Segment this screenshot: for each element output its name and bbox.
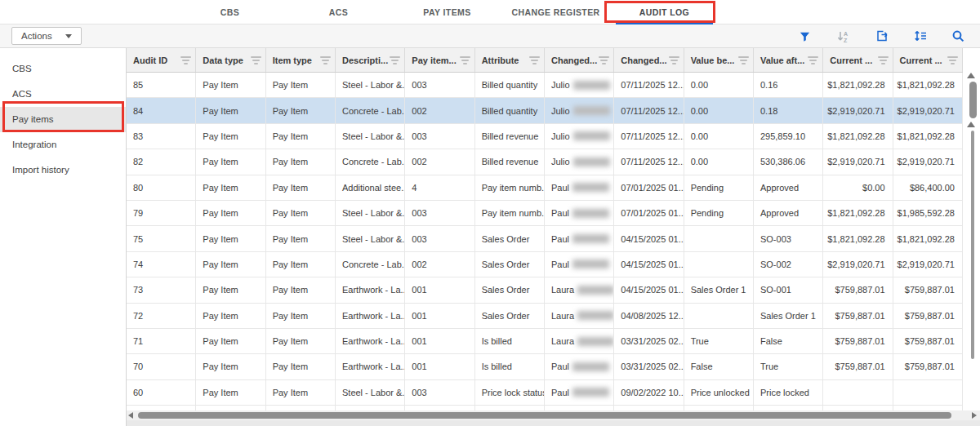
cell-item-type[interactable]: Pay Item bbox=[266, 73, 336, 97]
cell-value-after[interactable]: Sales Order 1 bbox=[754, 304, 823, 328]
cell-audit-id[interactable]: 60 bbox=[127, 380, 196, 405]
row-height-icon[interactable] bbox=[913, 29, 927, 43]
cell-attribute[interactable]: Sales Order bbox=[475, 252, 545, 277]
cell-audit-id[interactable]: 79 bbox=[127, 201, 196, 225]
cell-value-before[interactable] bbox=[684, 304, 754, 328]
cell-changed-date[interactable]: 07/11/2025 12... bbox=[614, 149, 684, 174]
table-row-audit-71[interactable]: 71Pay ItemPay ItemEarthwork - La...001Is… bbox=[127, 329, 963, 354]
filter-icon[interactable] bbox=[798, 29, 812, 43]
cell-value-before[interactable] bbox=[684, 252, 754, 277]
cell-description[interactable]: Steel - Labor &... bbox=[336, 73, 405, 97]
column-header-pay-item[interactable]: Pay item... bbox=[405, 48, 474, 72]
cell-audit-id[interactable]: 84 bbox=[127, 98, 196, 122]
cell-changed-by[interactable]: Laura bbox=[545, 304, 614, 328]
cell-data-type[interactable]: Pay Item bbox=[196, 175, 265, 200]
cell-changed-date[interactable]: 07/01/2025 01... bbox=[614, 175, 684, 200]
cell-value-before[interactable] bbox=[684, 226, 754, 251]
cell-current-after[interactable]: $1,985,592.28 bbox=[893, 201, 963, 225]
column-menu-icon[interactable] bbox=[669, 54, 679, 66]
cell-item-type[interactable]: Pay Item bbox=[266, 329, 336, 353]
cell-description[interactable]: Steel - Labor &... bbox=[336, 226, 405, 251]
cell-pay-item[interactable]: 001 bbox=[405, 304, 474, 328]
cell-changed-date[interactable]: 09/02/2022 10... bbox=[614, 380, 684, 405]
cell-audit-id[interactable]: 75 bbox=[127, 226, 196, 251]
cell-pay-item[interactable]: 001 bbox=[405, 329, 474, 353]
cell-pay-item[interactable]: 002 bbox=[405, 98, 474, 122]
cell-current-after[interactable]: $2,919,020.71 bbox=[893, 149, 963, 174]
cell-current-after[interactable]: $759,887.01 bbox=[893, 354, 963, 379]
column-header-item-type[interactable]: Item type bbox=[266, 48, 336, 72]
cell-value-before[interactable]: 0.00 bbox=[684, 149, 754, 174]
table-row-audit-70[interactable]: 70Pay ItemPay ItemEarthwork - La...001Is… bbox=[127, 354, 963, 379]
cell-current-before[interactable] bbox=[823, 380, 893, 405]
cell-value-after[interactable]: Price locked bbox=[754, 380, 823, 405]
cell-data-type[interactable]: Pay Item bbox=[196, 73, 265, 97]
table-row-audit-84[interactable]: 84Pay ItemPay ItemConcrete - Lab...002Bi… bbox=[127, 98, 963, 123]
cell-audit-id[interactable]: 80 bbox=[127, 175, 196, 200]
sidebar-item-cbs[interactable]: CBS bbox=[0, 56, 126, 82]
table-row-audit-60[interactable]: 60Pay ItemPay ItemSteel - Labor &...003P… bbox=[127, 380, 963, 406]
cell-value-after[interactable]: True bbox=[754, 354, 823, 379]
cell-changed-date[interactable]: 03/31/2025 02... bbox=[614, 329, 684, 353]
cell-data-type[interactable]: Pay Item bbox=[196, 226, 265, 251]
cell-data-type[interactable]: Pay Item bbox=[196, 252, 265, 277]
cell-audit-id[interactable]: 85 bbox=[127, 73, 196, 97]
column-menu-icon[interactable] bbox=[251, 54, 261, 66]
sort-az-icon[interactable]: A Z bbox=[836, 29, 850, 43]
cell-attribute[interactable]: Sales Order bbox=[475, 226, 545, 251]
column-menu-icon[interactable] bbox=[947, 54, 958, 66]
column-header-changed-date[interactable]: Changed... bbox=[614, 48, 684, 72]
cell-item-type[interactable]: Pay Item bbox=[266, 175, 336, 200]
cell-description[interactable]: Earthwork - La... bbox=[336, 329, 405, 353]
cell-item-type[interactable]: Pay Item bbox=[266, 201, 336, 225]
cell-changed-by[interactable]: Laura bbox=[545, 329, 614, 353]
cell-current-before[interactable]: $2,919,020.71 bbox=[823, 149, 893, 174]
cell-data-type[interactable]: Pay Item bbox=[196, 354, 265, 379]
cell-changed-date[interactable]: 04/15/2025 01... bbox=[614, 252, 684, 277]
cell-value-after[interactable]: 295,859.10 bbox=[754, 124, 823, 149]
cell-current-before[interactable]: $2,919,020.71 bbox=[823, 98, 893, 122]
cell-item-type[interactable]: Pay Item bbox=[266, 252, 336, 277]
cell-pay-item[interactable]: 003 bbox=[405, 201, 474, 225]
cell-value-after[interactable]: False bbox=[754, 329, 823, 353]
cell-item-type[interactable]: Pay Item bbox=[266, 304, 336, 328]
column-header-changed-by[interactable]: Changed... bbox=[545, 48, 614, 72]
cell-value-after[interactable]: SO-001 bbox=[754, 277, 823, 302]
horizontal-scrollbar[interactable] bbox=[127, 410, 980, 420]
cell-current-before[interactable]: $0.00 bbox=[823, 175, 893, 200]
vertical-scrollbar-thumb[interactable] bbox=[969, 82, 977, 118]
tab-cbs[interactable]: CBS bbox=[176, 0, 284, 24]
cell-item-type[interactable]: Pay Item bbox=[266, 149, 336, 174]
cell-data-type[interactable]: Pay Item bbox=[196, 304, 265, 328]
cell-changed-date[interactable]: 07/11/2025 12... bbox=[614, 73, 684, 97]
cell-current-before[interactable]: $2,919,020.71 bbox=[823, 252, 893, 277]
cell-attribute[interactable]: Billed quantity bbox=[475, 73, 545, 97]
cell-current-after[interactable]: $2,919,020.71 bbox=[893, 98, 963, 122]
cell-pay-item[interactable]: 003 bbox=[405, 124, 474, 149]
cell-attribute[interactable]: Billed quantity bbox=[475, 98, 545, 122]
cell-item-type[interactable]: Pay Item bbox=[266, 124, 336, 149]
column-menu-icon[interactable] bbox=[808, 54, 818, 66]
cell-audit-id[interactable]: 71 bbox=[127, 329, 196, 353]
cell-current-after[interactable]: $759,887.01 bbox=[893, 304, 963, 328]
cell-value-before[interactable]: 0.00 bbox=[684, 73, 754, 97]
sidebar-item-pay-items[interactable]: Pay items bbox=[0, 107, 126, 132]
cell-item-type[interactable]: Pay Item bbox=[266, 277, 336, 302]
cell-pay-item[interactable]: 001 bbox=[405, 277, 474, 302]
table-row-audit-80[interactable]: 80Pay ItemPay ItemAdditional stee...4Pay… bbox=[127, 175, 963, 201]
cell-description[interactable]: Additional stee... bbox=[336, 175, 405, 200]
cell-current-before[interactable]: $1,821,092.28 bbox=[823, 73, 893, 97]
cell-changed-date[interactable]: 03/31/2025 02... bbox=[614, 354, 684, 379]
cell-changed-date[interactable]: 07/11/2025 12... bbox=[614, 124, 684, 149]
cell-value-after[interactable]: 0.16 bbox=[754, 73, 823, 97]
cell-changed-by[interactable]: Paul bbox=[545, 380, 614, 405]
cell-pay-item[interactable]: 002 bbox=[405, 252, 474, 277]
cell-current-after[interactable]: $759,887.01 bbox=[893, 277, 963, 302]
cell-description[interactable]: Earthwork - La... bbox=[336, 304, 405, 328]
cell-pay-item[interactable]: 002 bbox=[405, 149, 474, 174]
export-icon[interactable] bbox=[875, 29, 889, 43]
scroll-up-arrow-outer[interactable] bbox=[967, 122, 975, 127]
cell-attribute[interactable]: Pay item numb... bbox=[475, 175, 545, 200]
cell-changed-by[interactable]: Paul bbox=[545, 226, 614, 251]
column-header-value-before[interactable]: Value be... bbox=[684, 48, 754, 72]
